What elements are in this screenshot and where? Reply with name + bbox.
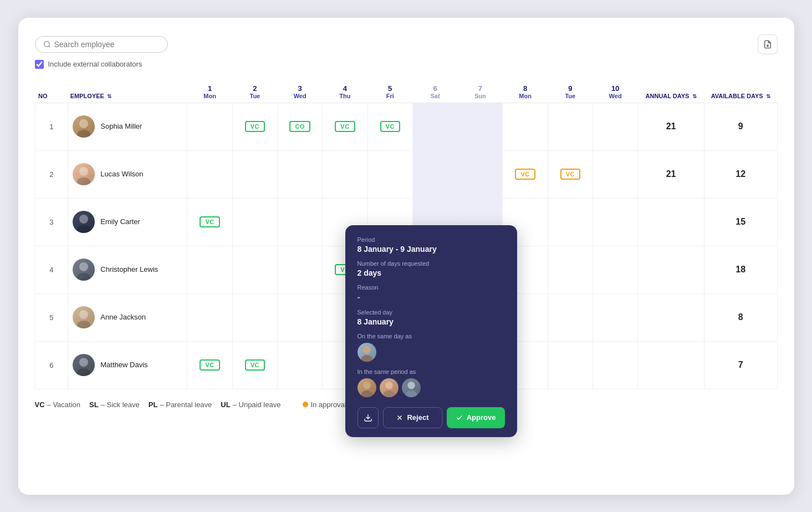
cell-day-2[interactable] <box>232 198 277 246</box>
cell-day-6[interactable] <box>412 150 457 198</box>
cell-day-2[interactable] <box>232 150 277 198</box>
cell-day-10[interactable] <box>593 246 637 293</box>
cell-day-1[interactable]: VC <box>187 341 232 389</box>
legend-key: UL <box>221 401 230 409</box>
cell-day-10[interactable] <box>593 341 637 389</box>
svg-point-5 <box>79 167 88 176</box>
annual-sort-icon[interactable]: ⇅ <box>692 93 697 99</box>
cell-row-no: 2 <box>35 150 68 198</box>
popup-actions: Reject Approve <box>358 407 505 428</box>
cell-annual-days <box>638 198 704 246</box>
leave-badge[interactable]: CO <box>289 121 310 132</box>
reject-button[interactable]: Reject <box>383 407 442 428</box>
cell-day-10[interactable] <box>593 150 637 198</box>
cell-day-4[interactable] <box>323 150 367 198</box>
cell-day-6[interactable] <box>412 103 457 150</box>
legend-status-dot <box>303 402 308 407</box>
employee-avatar <box>73 211 95 233</box>
cell-day-2[interactable] <box>232 246 277 293</box>
leave-badge[interactable]: VC <box>245 359 265 371</box>
legend-desc: – Parental leave <box>160 401 212 409</box>
search-box[interactable] <box>35 36 168 53</box>
th-available-days: AVAILABLE DAYS ⇅ <box>704 81 777 103</box>
cell-day-2[interactable]: VC <box>232 103 277 150</box>
cell-available-days: 12 <box>704 150 777 198</box>
cell-day-5[interactable] <box>367 150 412 198</box>
download-button[interactable] <box>358 407 379 428</box>
approve-button[interactable]: Approve <box>447 407 505 428</box>
svg-point-7 <box>79 215 88 224</box>
cell-day-7[interactable] <box>458 103 503 150</box>
cell-day-3[interactable] <box>278 341 323 389</box>
popup-period-label: Period <box>358 236 505 243</box>
legend-desc: – Unpaid leave <box>233 401 281 409</box>
leave-badge[interactable]: VC <box>200 359 219 371</box>
svg-point-11 <box>79 310 88 319</box>
cell-day-10[interactable] <box>593 103 637 150</box>
employee-name: Anne Jackson <box>100 313 146 322</box>
legend-desc: – Sick leave <box>101 401 140 409</box>
leave-badge[interactable]: VC <box>245 121 265 132</box>
cell-day-1[interactable] <box>187 293 232 341</box>
cell-day-3[interactable]: CO <box>278 103 323 150</box>
leave-badge[interactable]: VC <box>515 169 535 180</box>
cell-day-10[interactable] <box>593 293 637 341</box>
cell-day-5[interactable]: VC <box>367 103 412 150</box>
cell-day-2[interactable] <box>232 293 277 341</box>
popup-reason-label: Reason <box>358 284 505 291</box>
leave-badge[interactable]: VC <box>200 216 219 227</box>
svg-point-6 <box>77 178 90 185</box>
legend-status-label: In approval <box>310 401 346 409</box>
cell-day-1[interactable] <box>187 103 232 150</box>
leave-badge[interactable]: VC <box>380 121 400 132</box>
svg-point-18 <box>361 391 372 397</box>
legend-item: PL – Parental leave <box>149 401 212 409</box>
cell-row-no: 4 <box>35 246 68 293</box>
header-row <box>35 34 778 54</box>
cell-day-1[interactable]: VC <box>187 198 232 246</box>
svg-point-22 <box>405 391 416 397</box>
th-day-1: 1Mon <box>187 81 232 103</box>
export-button[interactable] <box>758 34 778 54</box>
svg-point-16 <box>361 355 372 362</box>
leave-badge[interactable]: VC <box>560 169 580 180</box>
svg-point-15 <box>363 346 371 353</box>
employee-avatar <box>73 354 95 376</box>
cell-employee: Sophia Miller <box>68 103 187 150</box>
approve-check-icon <box>456 414 463 422</box>
cell-day-3[interactable] <box>278 246 323 293</box>
cell-day-9[interactable]: VC <box>548 150 593 198</box>
same-period-avatar-2 <box>380 378 399 397</box>
cell-day-1[interactable] <box>187 246 232 293</box>
cell-day-2[interactable]: VC <box>232 341 277 389</box>
leave-badge[interactable]: VC <box>335 121 355 132</box>
external-collaborators-checkbox[interactable] <box>35 60 44 69</box>
popup-selected-day-value: 8 January <box>358 317 505 326</box>
cell-day-3[interactable] <box>278 150 323 198</box>
cell-day-8[interactable] <box>503 103 548 150</box>
cell-day-8[interactable]: VC <box>503 150 548 198</box>
same-period-avatar-1 <box>358 378 376 397</box>
cell-day-9[interactable] <box>548 246 593 293</box>
cell-day-9[interactable] <box>548 103 593 150</box>
reject-x-icon <box>396 414 404 422</box>
same-period-avatar-3 <box>402 378 421 397</box>
employee-sort-icon[interactable]: ⇅ <box>107 93 111 99</box>
external-collab-label[interactable]: Include external collaborators <box>48 60 142 68</box>
cell-day-3[interactable] <box>278 293 323 341</box>
cell-day-9[interactable] <box>548 198 593 246</box>
cell-day-10[interactable] <box>593 198 637 246</box>
available-sort-icon[interactable]: ⇅ <box>766 93 770 99</box>
cell-day-7[interactable] <box>458 150 503 198</box>
cell-day-4[interactable]: VC <box>323 103 367 150</box>
popup-same-period-label: In the same period as <box>358 368 505 375</box>
legend-desc: – Vacation <box>47 401 80 409</box>
cell-day-3[interactable] <box>278 198 323 246</box>
cell-day-1[interactable] <box>187 150 232 198</box>
cell-day-9[interactable] <box>548 341 593 389</box>
th-day-6: 6Sat <box>412 81 457 103</box>
leave-detail-popup: Period 8 January - 9 January Number of d… <box>345 225 517 437</box>
legend-item: VC – Vacation <box>35 401 81 409</box>
cell-day-9[interactable] <box>548 293 593 341</box>
search-input[interactable] <box>54 40 160 49</box>
